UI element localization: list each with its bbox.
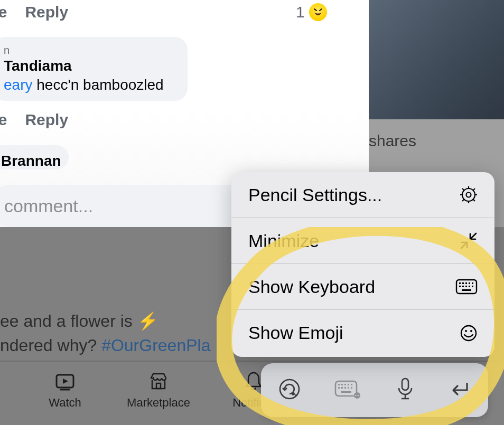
svg-rect-38 <box>338 387 340 389</box>
svg-rect-48 <box>402 379 408 390</box>
comment-bubble[interactable]: n Tandiama eary hecc'n bamboozled <box>0 37 188 101</box>
nav-tab-marketplace[interactable]: Marketplace <box>111 370 206 410</box>
laughing-emoji-icon <box>309 3 327 21</box>
floating-keyboard-toolbar <box>261 363 488 417</box>
svg-rect-39 <box>341 387 343 389</box>
svg-rect-41 <box>348 387 349 389</box>
scribble-icon <box>277 377 302 401</box>
scribble-undo-button[interactable] <box>277 377 302 403</box>
svg-rect-33 <box>338 384 340 385</box>
svg-point-5 <box>466 193 471 197</box>
dictation-button[interactable] <box>395 376 416 404</box>
menu-item-label: Pencil Settings... <box>248 185 382 205</box>
svg-point-47 <box>358 395 359 396</box>
comment-author[interactable]: Brannan <box>1 153 57 169</box>
menu-item-label: Show Emoji <box>248 323 343 343</box>
svg-point-26 <box>461 326 476 341</box>
watch-icon <box>53 370 77 393</box>
svg-rect-18 <box>469 282 470 284</box>
svg-rect-40 <box>344 387 346 389</box>
svg-line-11 <box>473 199 475 201</box>
microphone-icon <box>395 376 416 402</box>
svg-rect-15 <box>459 282 461 284</box>
comment-actions-row: ke Reply <box>0 111 68 129</box>
return-icon <box>448 379 472 400</box>
post-text-fragment: ee and a flower is <box>0 311 137 330</box>
svg-rect-34 <box>341 384 343 385</box>
svg-rect-23 <box>469 286 470 287</box>
like-button[interactable]: ke <box>0 111 7 129</box>
like-button[interactable]: ke <box>0 3 7 21</box>
emoji-face-icon <box>460 324 478 342</box>
minimize-icon <box>460 232 478 250</box>
menu-item-pencil-settings[interactable]: Pencil Settings... <box>231 172 494 218</box>
comment-author[interactable]: Tandiama <box>4 58 176 74</box>
svg-rect-20 <box>459 286 461 287</box>
keyboard-toggle-button[interactable] <box>334 379 362 402</box>
svg-line-12 <box>473 188 475 191</box>
svg-rect-35 <box>344 384 346 385</box>
menu-item-minimize[interactable]: Minimize <box>231 218 494 264</box>
menu-item-label: Show Keyboard <box>248 277 375 297</box>
reaction-count[interactable]: 1 <box>296 3 327 21</box>
svg-line-10 <box>462 188 464 191</box>
post-text-fragment-2: ndered why? <box>0 336 101 355</box>
mention-link[interactable]: eary <box>4 77 32 93</box>
shares-count[interactable]: shares <box>369 132 416 150</box>
svg-rect-37 <box>351 384 352 385</box>
svg-rect-22 <box>465 286 467 287</box>
gear-icon <box>460 186 478 204</box>
nav-tab-label: Watch <box>31 396 99 410</box>
svg-rect-21 <box>462 286 464 287</box>
svg-rect-43 <box>341 391 351 393</box>
svg-point-46 <box>357 395 358 396</box>
svg-point-27 <box>465 330 467 332</box>
svg-rect-16 <box>462 282 464 284</box>
keyboard-context-menu: Pencil Settings... Minimize Show Keyboar… <box>231 172 494 357</box>
svg-point-28 <box>470 330 472 332</box>
menu-item-show-keyboard[interactable]: Show Keyboard <box>231 264 494 310</box>
comment-body: eary hecc'n bamboozled <box>4 77 176 93</box>
svg-rect-17 <box>465 282 467 284</box>
svg-rect-3 <box>156 383 161 389</box>
nav-tab-watch[interactable]: Watch <box>31 370 99 410</box>
nav-tab-label: Marketplace <box>111 396 206 410</box>
post-image-thumbnail[interactable] <box>369 0 504 119</box>
keyboard-icon <box>455 279 478 295</box>
svg-rect-24 <box>472 286 473 287</box>
svg-rect-25 <box>462 289 471 291</box>
reply-button[interactable]: Reply <box>25 3 68 21</box>
reaction-number: 1 <box>296 3 305 21</box>
reply-button[interactable]: Reply <box>25 111 68 129</box>
marketplace-icon <box>147 370 170 393</box>
menu-item-label: Minimize <box>248 231 319 251</box>
comment-actions-row: ke Reply <box>0 3 68 21</box>
svg-point-45 <box>355 395 356 396</box>
svg-line-13 <box>462 199 464 201</box>
comment-meta: n <box>4 44 176 56</box>
keyboard-small-icon <box>334 379 362 400</box>
svg-rect-36 <box>348 384 349 385</box>
comment-body-text: hecc'n bamboozled <box>32 77 163 93</box>
svg-point-30 <box>292 392 295 395</box>
svg-point-31 <box>295 394 297 396</box>
menu-item-show-emoji[interactable]: Show Emoji <box>231 310 494 356</box>
svg-rect-19 <box>472 282 473 284</box>
hashtag-link[interactable]: #OurGreenPla <box>101 336 210 355</box>
comment-bubble[interactable]: Brannan <box>0 145 69 169</box>
nav-divider <box>0 361 504 362</box>
svg-rect-42 <box>351 387 352 389</box>
return-button[interactable] <box>448 379 472 402</box>
bolt-icon: ⚡ <box>137 311 158 330</box>
compose-placeholder: comment... <box>4 196 93 216</box>
svg-marker-1 <box>63 379 68 384</box>
